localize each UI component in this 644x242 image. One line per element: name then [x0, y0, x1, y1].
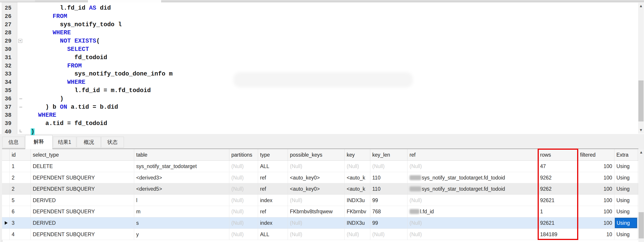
tab-info[interactable]: 信息	[2, 137, 25, 148]
table-row[interactable]: 6DEPENDENT SUBQUERYm(Null)refFKbrnbv8tsf…	[2, 206, 638, 217]
cell-type[interactable]: index	[258, 195, 288, 206]
tab-result1[interactable]: 结果1	[53, 137, 76, 148]
cell-filtered[interactable]: 100	[578, 172, 614, 183]
cell-partitions[interactable]: (Null)	[229, 161, 258, 172]
cell-ref[interactable]: (Null)	[408, 229, 538, 240]
cell-rows[interactable]: 184189	[538, 229, 578, 240]
cell-extra[interactable]: Using	[614, 229, 638, 240]
column-header-key[interactable]: key	[345, 149, 370, 161]
column-header-select_type[interactable]: select_type	[31, 149, 134, 161]
cell-possible_keys[interactable]: (Null)	[288, 161, 345, 172]
scroll-up-icon[interactable]: ▲︎	[638, 3, 644, 9]
cell-table[interactable]: m	[134, 206, 229, 217]
cell-filtered[interactable]: 100	[578, 206, 614, 217]
cell-extra[interactable]: Using	[614, 183, 638, 195]
cell-key[interactable]: FKbrnbv	[345, 206, 370, 217]
cell-select_type[interactable]: DELETE	[31, 161, 134, 172]
table-row[interactable]: 4DEPENDENT SUBQUERYy(Null)ALL(Null)(Null…	[2, 229, 638, 240]
cell-filtered[interactable]: 100	[578, 217, 614, 229]
cell-id[interactable]: 4	[10, 229, 31, 240]
cell-rows[interactable]: 47	[538, 161, 578, 172]
cell-table[interactable]: s	[134, 217, 229, 229]
cell-filtered[interactable]: 10	[578, 229, 614, 240]
cell-select_type[interactable]: DERIVED	[31, 195, 134, 206]
cell-key_len[interactable]: 99	[370, 195, 408, 206]
cell-type[interactable]: index	[258, 217, 288, 229]
cell-key_len[interactable]: 110	[370, 183, 408, 195]
cell-filtered[interactable]: 100	[578, 195, 614, 206]
cell-id[interactable]: 3	[10, 217, 31, 229]
cell-possible_keys[interactable]: (Null)	[288, 217, 345, 229]
cell-select_type[interactable]: DEPENDENT SUBQUERY	[31, 172, 134, 183]
cell-id[interactable]: 5	[10, 195, 31, 206]
cell-rows[interactable]: 9262	[538, 172, 578, 183]
cell-partitions[interactable]: (Null)	[229, 172, 258, 183]
cell-id[interactable]: 2	[10, 172, 31, 183]
code-fold-collapse-icon[interactable]: −	[18, 39, 22, 43]
cell-key[interactable]: <auto_k	[345, 183, 370, 195]
cell-partitions[interactable]: (Null)	[229, 183, 258, 195]
cell-table[interactable]: <derived3>	[134, 172, 229, 183]
table-row[interactable]: 2DEPENDENT SUBQUERY<derived3>(Null)ref<a…	[2, 172, 638, 184]
cell-possible_keys[interactable]: (Null)	[288, 195, 345, 206]
column-header-table[interactable]: table	[134, 149, 229, 161]
cell-ref[interactable]: (Null)	[408, 217, 538, 229]
cell-id[interactable]: 2	[10, 183, 31, 195]
cell-filtered[interactable]: 100	[578, 183, 614, 195]
cell-select_type[interactable]: DERIVED	[31, 217, 134, 229]
cell-key_len[interactable]: 768	[370, 206, 408, 217]
cell-key_len[interactable]: (Null)	[370, 161, 408, 172]
table-row[interactable]: 5DERIVEDl(Null)index(Null)INDX3u99(Null)…	[2, 195, 638, 206]
column-header-key_len[interactable]: key_len	[370, 149, 408, 161]
cell-key[interactable]: (Null)	[345, 161, 370, 172]
cell-possible_keys[interactable]: (Null)	[288, 229, 345, 240]
cell-partitions[interactable]: (Null)	[229, 217, 258, 229]
cell-possible_keys[interactable]: <auto_key0>	[288, 172, 345, 183]
column-header-id[interactable]: id	[10, 149, 31, 161]
column-header-extra[interactable]: Extra	[614, 149, 638, 161]
editor-vertical-scrollbar[interactable]: ▲︎ ▼︎	[638, 3, 644, 134]
tab-status[interactable]: 状态	[101, 137, 124, 148]
table-row[interactable]: 2DEPENDENT SUBQUERY<derived5>(Null)ref<a…	[2, 183, 638, 195]
table-row[interactable]: 1DELETEsys_notify_star_todotarget(Null)A…	[2, 161, 638, 172]
cell-ref[interactable]: sys_notify_star_todotarget.fd_todoid	[408, 183, 538, 195]
cell-ref[interactable]: (Null)	[408, 195, 538, 206]
cell-id[interactable]: 6	[10, 206, 31, 217]
cell-partitions[interactable]: (Null)	[229, 195, 258, 206]
focused-cell[interactable]: Using	[615, 218, 637, 228]
cell-rows[interactable]: 1	[538, 206, 578, 217]
cell-key[interactable]: <auto_k	[345, 172, 370, 183]
cell-filtered[interactable]: 100	[578, 161, 614, 172]
cell-type[interactable]: ALL	[258, 161, 288, 172]
cell-rows[interactable]: 9262	[538, 183, 578, 195]
cell-key_len[interactable]: 99	[370, 217, 408, 229]
cell-type[interactable]: ALL	[258, 229, 288, 240]
cell-table[interactable]: sys_notify_star_todotarget	[134, 161, 229, 172]
scroll-down-icon[interactable]: ▼︎	[638, 127, 644, 133]
column-header-type[interactable]: type	[258, 149, 288, 161]
cell-key_len[interactable]: (Null)	[370, 229, 408, 240]
editor-scrollbar-thumb[interactable]	[638, 80, 644, 121]
cell-extra[interactable]: Using	[614, 195, 638, 206]
cell-select_type[interactable]: DEPENDENT SUBQUERY	[31, 206, 134, 217]
column-header-rows[interactable]: rows	[538, 149, 578, 161]
cell-table[interactable]: l	[134, 195, 229, 206]
column-header-partitions[interactable]: partitions	[229, 149, 258, 161]
cell-key[interactable]: (Null)	[345, 229, 370, 240]
cell-key_len[interactable]: 110	[370, 172, 408, 183]
cell-ref[interactable]: (Null)	[408, 161, 538, 172]
cell-extra[interactable]: Using	[614, 206, 638, 217]
table-row[interactable]: 3DERIVEDs(Null)index(Null)INDX3u99(Null)…	[2, 217, 638, 229]
grid-vertical-scrollbar[interactable]: ▲︎	[638, 149, 644, 242]
cell-type[interactable]: ref	[258, 172, 288, 183]
cell-table[interactable]: <derived5>	[134, 183, 229, 195]
cell-extra[interactable]: Using	[614, 161, 638, 172]
column-header-ref[interactable]: ref	[408, 149, 538, 161]
cell-extra[interactable]: Using	[614, 172, 638, 183]
column-header-filtered[interactable]: filtered	[578, 149, 614, 161]
cell-ref[interactable]: l.fd_id	[408, 206, 538, 217]
tab-profile[interactable]: 概况	[77, 137, 101, 148]
cell-extra[interactable]: Using	[614, 217, 638, 229]
column-header-possible_keys[interactable]: possible_keys	[288, 149, 345, 161]
scroll-up-icon[interactable]: ▲︎	[638, 149, 644, 155]
